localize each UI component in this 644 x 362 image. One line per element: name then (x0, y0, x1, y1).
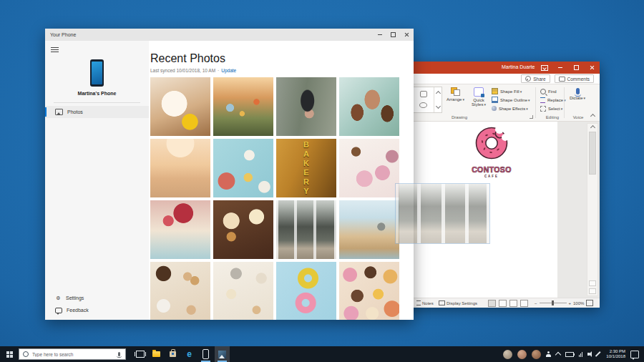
share-button[interactable]: Share (521, 74, 550, 83)
people-contact-avatar[interactable] (532, 350, 541, 359)
rounded-rectangle-shape-icon[interactable] (420, 91, 427, 97)
page-title: Recent Photos (150, 52, 414, 65)
microsoft-store-button[interactable] (165, 346, 180, 362)
zoom-in-button[interactable]: + (569, 301, 572, 305)
slideshow-view-button[interactable] (520, 300, 528, 307)
previous-slide-button[interactable] (589, 280, 596, 286)
reading-view-button[interactable] (509, 300, 517, 307)
display-settings-button[interactable]: Display Settings (439, 298, 477, 308)
photo-assorted-donuts[interactable] (339, 262, 399, 320)
comments-button[interactable]: Comments (555, 74, 594, 83)
fit-slide-to-window-button[interactable] (586, 300, 593, 306)
phone-preview-image (90, 59, 104, 87)
minimize-button[interactable] (552, 62, 568, 74)
your-phone-taskbar-button[interactable] (198, 346, 213, 362)
next-slide-button[interactable] (589, 288, 596, 294)
people-contact-avatar[interactable] (503, 350, 512, 359)
battery-icon[interactable] (565, 352, 574, 357)
shape-fill-icon (492, 88, 498, 94)
action-center-icon[interactable] (630, 351, 639, 358)
clock-time: 2:30 PM (606, 349, 625, 354)
photo-pink-marshmallows-coffee[interactable] (339, 139, 399, 197)
normal-view-button[interactable] (488, 300, 496, 307)
scrollbar-thumb[interactable] (589, 132, 596, 175)
microphone-icon[interactable] (118, 352, 120, 356)
photos-icon (55, 109, 63, 115)
close-button[interactable] (584, 62, 600, 74)
contoso-logo[interactable]: CONTOSO CAFE (459, 126, 524, 178)
find-icon (540, 89, 546, 94)
photo-shop-storefront[interactable] (276, 200, 336, 259)
replace-icon (540, 97, 545, 103)
sidebar-item-feedback[interactable]: Feedback (45, 304, 149, 316)
notes-button[interactable]: Notes (416, 298, 434, 308)
show-hidden-icons-chevron[interactable] (555, 352, 561, 358)
sidebar-item-settings[interactable]: ⚙ Settings (45, 292, 149, 304)
storefront-photo-drag-ghost[interactable] (396, 184, 489, 243)
photo-caramel-cupcakes[interactable] (213, 200, 273, 259)
notes-icon (416, 300, 421, 305)
photo-grid: BAKERY (150, 77, 414, 320)
cafe-wordmark: CAFE (459, 175, 524, 178)
slide-sorter-view-button[interactable] (499, 300, 507, 307)
photos-taskbar-button[interactable] (215, 346, 230, 362)
photo-food-flatlay-blue-table[interactable] (213, 139, 273, 197)
collapse-ribbon-icon[interactable] (591, 114, 595, 118)
file-explorer-button[interactable] (149, 346, 164, 362)
shape-fill-button[interactable]: Shape Fill (492, 88, 522, 94)
replace-button[interactable]: Replace (540, 97, 566, 103)
task-view-button[interactable] (132, 346, 147, 362)
photo-cafe-interior[interactable] (339, 200, 399, 259)
photo-family-on-beach[interactable] (150, 139, 210, 197)
maximize-button[interactable] (568, 62, 584, 74)
drawing-dialog-launcher-icon[interactable] (530, 115, 533, 119)
photo-dog-with-yellow-ball[interactable] (150, 77, 210, 136)
vertical-scrollbar[interactable] (587, 123, 598, 296)
edge-button[interactable]: e (182, 346, 197, 362)
photo-wildflower-field[interactable] (213, 77, 273, 136)
update-link[interactable]: Update (221, 68, 236, 73)
find-button[interactable]: Find (540, 88, 557, 94)
hamburger-menu-icon[interactable] (51, 46, 59, 54)
sidebar-item-photos[interactable]: Photos (45, 106, 149, 118)
photo-baking-tools-flatlay[interactable] (213, 262, 273, 320)
select-button[interactable]: Select (540, 105, 562, 112)
search-input[interactable]: Type here to search (19, 348, 126, 360)
sidebar-divider (54, 102, 140, 103)
close-button[interactable] (400, 29, 414, 41)
photo-bakery-letter-sign[interactable]: BAKERY (276, 139, 336, 197)
minimize-button[interactable] (373, 29, 386, 41)
quick-styles-button[interactable]: Quick Styles (467, 87, 490, 114)
zoom-level[interactable]: 100% (573, 301, 584, 305)
dictate-button[interactable]: Dictate (567, 87, 588, 114)
clock-date: 10/1/2018 (606, 354, 625, 359)
zoom-slider[interactable] (540, 303, 567, 303)
photo-feet-on-stone-path[interactable] (276, 77, 336, 136)
arrange-button[interactable]: Arrange (444, 87, 467, 114)
ribbon-display-options-icon[interactable] (537, 62, 552, 74)
shape-outline-button[interactable]: Shape Outline (492, 97, 530, 103)
photo-two-donuts-on-blue[interactable] (276, 262, 336, 320)
shapes-gallery-scroll[interactable] (434, 87, 441, 112)
start-button[interactable] (0, 346, 19, 362)
scroll-up-icon[interactable] (590, 125, 595, 130)
cortana-icon (23, 351, 29, 357)
store-bag-icon (170, 351, 176, 357)
network-icon[interactable] (579, 352, 582, 357)
photo-family-portrait[interactable] (339, 77, 399, 136)
volume-icon[interactable] (587, 353, 590, 356)
taskbar-clock[interactable]: 2:30 PM 10/1/2018 (606, 349, 625, 359)
photo-baking-flatlay-eggs[interactable] (150, 262, 210, 320)
windows-ink-pen-icon[interactable] (595, 351, 600, 356)
photo-berry-cheesecake[interactable] (150, 200, 210, 259)
people-contact-avatar[interactable] (517, 350, 527, 359)
folder-icon (152, 351, 160, 357)
ellipse-shape-icon[interactable] (419, 102, 427, 108)
people-icon[interactable] (546, 351, 551, 357)
shape-effects-button[interactable]: Shape Effects (492, 105, 528, 112)
comments-icon (559, 77, 565, 82)
zoom-out-button[interactable]: − (535, 301, 537, 305)
taskbar: Type here to search e 2:30 PM 10/1/2018 (0, 346, 644, 362)
arrange-icon (451, 87, 460, 96)
maximize-button[interactable] (386, 29, 400, 41)
